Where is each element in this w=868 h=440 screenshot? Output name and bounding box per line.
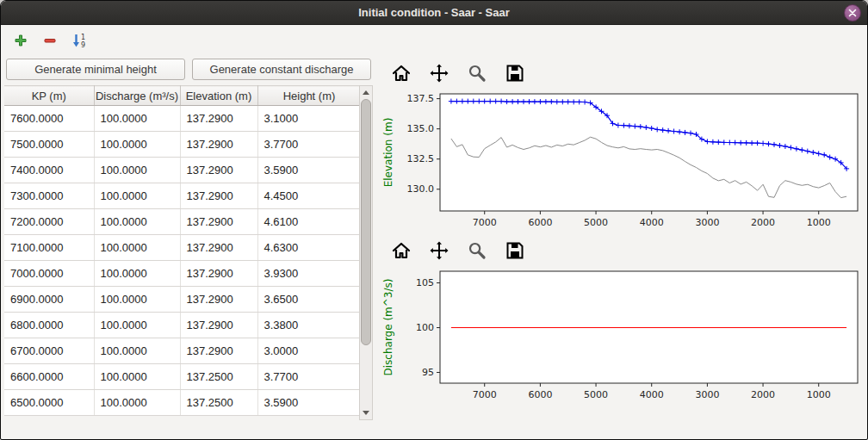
table-cell[interactable]: 3.9300 [257,261,361,287]
home-button[interactable] [390,239,412,262]
initial-condition-table: KP (m)Discharge (m³/s)Elevation (m)Heigh… [4,85,362,416]
scroll-down-button[interactable] [360,406,372,419]
table-cell[interactable]: 7200.0000 [4,209,94,235]
table-cell[interactable]: 100.0000 [94,106,180,132]
table-cell[interactable]: 100.0000 [94,132,180,158]
close-x-icon [848,9,857,17]
scroll-up-button[interactable] [360,86,372,99]
generate-minimal-height-button[interactable]: Generate minimal height [6,59,185,80]
table-cell[interactable]: 3.6500 [257,287,361,313]
table-area: KP (m)Discharge (m³/s)Elevation (m)Heigh… [4,85,373,439]
table-cell[interactable]: 6600.0000 [4,364,94,390]
zoom-button[interactable] [466,239,488,262]
table-cell[interactable]: 3.7700 [257,132,361,158]
save-button[interactable] [504,239,526,262]
table-row: 7500.0000100.0000137.29003.7700 [4,132,361,158]
table-row: 6500.0000100.0000137.25003.5900 [4,390,361,416]
table-cell[interactable]: 137.2900 [180,235,257,261]
table-cell[interactable]: 3.3800 [257,313,361,338]
table-cell[interactable]: 6900.0000 [4,287,94,313]
app-toolbar: 1 9 [1,25,867,56]
home-button[interactable] [390,62,412,84]
table-cell[interactable]: 100.0000 [94,183,180,209]
column-header[interactable]: Height (m) [257,86,361,106]
table-cell[interactable]: 100.0000 [94,338,180,364]
svg-text:7000: 7000 [473,389,497,400]
column-header[interactable]: Elevation (m) [180,86,257,106]
table-cell[interactable]: 137.2900 [180,106,257,132]
zoom-button[interactable] [466,62,488,84]
table-cell[interactable]: 100.0000 [94,390,180,416]
table-cell[interactable]: 137.2900 [180,338,257,364]
elevation-chart[interactable]: 7000600050004000300020001000130.0132.513… [380,87,866,237]
table-row: 7100.0000100.0000137.29004.6300 [4,235,361,261]
svg-text:100: 100 [416,322,434,333]
scrollbar-thumb[interactable] [361,99,371,345]
table-cell[interactable]: 7500.0000 [4,132,94,158]
minus-icon [43,34,57,47]
table-cell[interactable]: 137.2900 [180,132,257,158]
column-header[interactable]: Discharge (m³/s) [94,86,180,106]
floppy-save-icon [505,240,525,261]
discharge-chart[interactable]: 700060005000400030002000100095100105Disc… [380,264,866,409]
scrollbar-track[interactable] [360,99,372,406]
pan-button[interactable] [428,239,450,262]
table-cell[interactable]: 137.2900 [180,183,257,209]
svg-text:1: 1 [81,34,85,41]
svg-text:105: 105 [416,277,434,288]
table-cell[interactable]: 4.4500 [257,183,361,209]
table-cell[interactable]: 100.0000 [94,287,180,313]
svg-text:7000: 7000 [473,217,497,228]
table-cell[interactable]: 137.2500 [180,364,257,390]
table-cell[interactable]: 100.0000 [94,364,180,390]
table-cell[interactable]: 4.6300 [257,235,361,261]
add-row-button[interactable] [8,28,34,53]
table-cell[interactable]: 3.7700 [257,364,361,390]
table-header-row: KP (m)Discharge (m³/s)Elevation (m)Heigh… [4,86,361,106]
table-cell[interactable]: 6800.0000 [4,313,94,338]
table-cell[interactable]: 7000.0000 [4,261,94,287]
table-cell[interactable]: 137.2900 [180,261,257,287]
charts-panel: 7000600050004000300020001000130.0132.513… [376,56,867,439]
table-cell[interactable]: 6500.0000 [4,390,94,416]
save-button[interactable] [504,62,526,84]
table-cell[interactable]: 100.0000 [94,158,180,183]
table-cell[interactable]: 3.5900 [257,158,361,183]
table-cell[interactable]: 6700.0000 [4,338,94,364]
table-cell[interactable]: 100.0000 [94,209,180,235]
table-cell[interactable]: 100.0000 [94,261,180,287]
pan-button[interactable] [428,62,450,84]
remove-row-button[interactable] [37,28,63,53]
table-cell[interactable]: 100.0000 [94,313,180,338]
table-cell[interactable]: 100.0000 [94,235,180,261]
svg-text:3000: 3000 [695,389,719,400]
sort-numeric-descending-icon: 1 9 [71,33,87,48]
table-cell[interactable]: 3.5900 [257,390,361,416]
table-cell[interactable]: 137.2900 [180,313,257,338]
column-header[interactable]: KP (m) [4,86,94,106]
table-cell[interactable]: 3.0000 [257,338,361,364]
table-row: 6700.0000100.0000137.29003.0000 [4,338,361,364]
svg-text:Elevation (m): Elevation (m) [382,118,394,188]
table-row: 6800.0000100.0000137.29003.3800 [4,313,361,338]
table-cell[interactable]: 7400.0000 [4,158,94,183]
close-button[interactable] [844,4,861,22]
pan-arrows-icon [429,240,450,261]
table-cell[interactable]: 3.1000 [257,106,361,132]
generate-constant-discharge-button[interactable]: Generate constant discharge [192,59,371,80]
table-cell[interactable]: 137.2900 [180,158,257,183]
table-scrollbar[interactable] [359,85,373,420]
table-cell[interactable]: 137.2500 [180,390,257,416]
discharge-chart-toolbar [380,237,867,264]
table-cell[interactable]: 7600.0000 [4,106,94,132]
table-row: 7600.0000100.0000137.29003.1000 [4,106,361,132]
table-cell[interactable]: 4.6100 [257,209,361,235]
table-cell[interactable]: 7100.0000 [4,235,94,261]
svg-text:6000: 6000 [528,389,552,400]
svg-text:6000: 6000 [528,217,552,228]
table-cell[interactable]: 137.2900 [180,209,257,235]
table-cell[interactable]: 7300.0000 [4,183,94,209]
table-cell[interactable]: 137.2900 [180,287,257,313]
svg-text:3000: 3000 [695,217,719,228]
sort-rows-button[interactable]: 1 9 [66,28,92,53]
